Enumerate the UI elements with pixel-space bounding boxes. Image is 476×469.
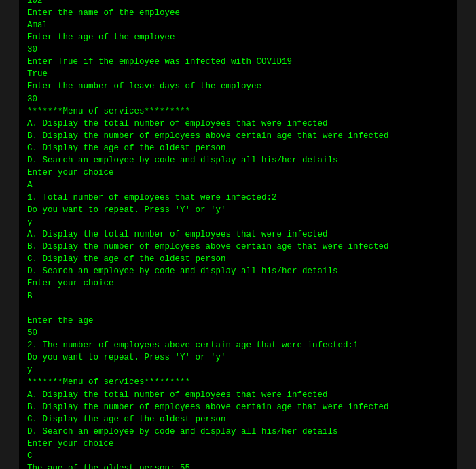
terminal-window[interactable]: *******Employee 2********** Enter the co… [19,0,457,469]
